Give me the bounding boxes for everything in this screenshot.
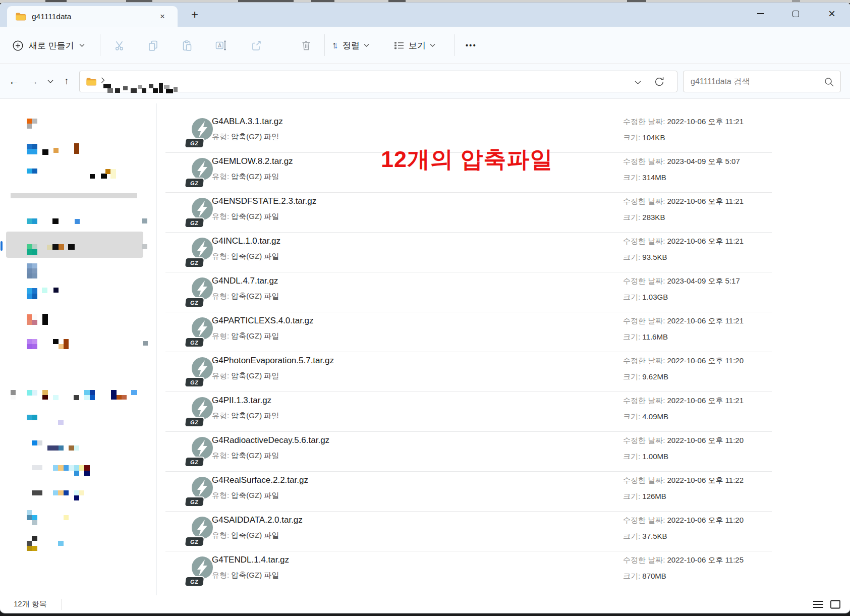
file-type: 유형: 압축(GZ) 파일	[212, 571, 279, 580]
address-row: ← → ↑	[0, 64, 850, 99]
tab-bar: g41111data × + ×	[0, 3, 850, 27]
more-options-button[interactable]: •••	[460, 35, 482, 55]
file-name: G4PII.1.3.tar.gz	[212, 396, 271, 406]
tab-close-icon[interactable]: ×	[156, 11, 168, 23]
gz-file-icon: GZ	[191, 118, 214, 142]
new-button[interactable]: 새로 만들기	[12, 35, 85, 55]
up-button[interactable]: ↑	[56, 71, 77, 92]
gz-file-icon: GZ	[191, 436, 214, 461]
file-type: 유형: 압축(GZ) 파일	[212, 531, 279, 540]
file-modified-date: 수정한 날짜: 2022-10-06 오후 11:20	[623, 516, 744, 525]
gz-badge: GZ	[185, 179, 204, 187]
large-icons-view-button[interactable]	[828, 598, 842, 611]
file-type: 유형: 압축(GZ) 파일	[212, 172, 279, 182]
view-button[interactable]: 보기	[393, 35, 435, 55]
gz-file-icon: GZ	[191, 476, 214, 500]
file-name: G4NDL.4.7.tar.gz	[212, 276, 278, 286]
search-icon[interactable]	[824, 77, 834, 87]
scissors-icon	[114, 40, 125, 51]
file-size: 크기: 4.09MB	[623, 412, 668, 422]
file-size: 크기: 126MB	[623, 492, 666, 501]
chevron-down-icon	[430, 43, 435, 47]
back-button[interactable]: ←	[4, 71, 24, 92]
toolbar-divider	[100, 34, 100, 56]
file-row[interactable]: GZ G4RadioactiveDecay.5.6.tar.gz 유형: 압축(…	[159, 432, 775, 472]
refresh-icon[interactable]	[654, 76, 665, 87]
file-row[interactable]: GZ G4RealSurface.2.2.tar.gz 유형: 압축(GZ) 파…	[159, 472, 775, 512]
delete-button[interactable]	[297, 36, 315, 54]
file-type: 유형: 압축(GZ) 파일	[212, 212, 279, 221]
file-row[interactable]: GZ G4NDL.4.7.tar.gz 유형: 압축(GZ) 파일 수정한 날짜…	[159, 272, 775, 312]
status-divider	[62, 599, 62, 610]
sort-button[interactable]: ↑↓ 정렬	[332, 35, 369, 55]
tab-g41111data[interactable]: g41111data ×	[7, 6, 178, 27]
gz-badge: GZ	[185, 338, 204, 347]
new-tab-button[interactable]: +	[188, 8, 202, 22]
file-size: 크기: 104KB	[623, 133, 665, 143]
plus-circle-icon	[12, 40, 24, 51]
file-size: 크기: 9.62MB	[623, 372, 668, 382]
file-name: G4PARTICLEXS.4.0.tar.gz	[212, 316, 314, 326]
file-row[interactable]: GZ G4TENDL.1.4.tar.gz 유형: 압축(GZ) 파일 수정한 …	[159, 551, 775, 591]
gz-badge: GZ	[185, 577, 204, 586]
file-size: 크기: 1.03GB	[623, 293, 668, 302]
trash-icon	[300, 39, 312, 51]
file-size: 크기: 37.5KB	[623, 532, 667, 541]
search-input[interactable]	[684, 71, 840, 92]
file-row[interactable]: GZ G4PII.1.3.tar.gz 유형: 압축(GZ) 파일 수정한 날짜…	[159, 392, 775, 432]
gz-file-icon: GZ	[191, 157, 214, 182]
file-name: G4ENSDFSTATE.2.3.tar.gz	[212, 196, 316, 206]
sort-button-label: 정렬	[343, 40, 360, 51]
rename-icon: A	[215, 39, 227, 51]
close-button[interactable]: ×	[821, 5, 843, 23]
file-row[interactable]: GZ G4PhotonEvaporation.5.7.tar.gz 유형: 압축…	[159, 352, 775, 392]
gz-badge: GZ	[185, 458, 204, 466]
file-row[interactable]: GZ G4PARTICLEXS.4.0.tar.gz 유형: 압축(GZ) 파일…	[159, 312, 775, 352]
details-view-button[interactable]	[811, 598, 825, 611]
copy-button[interactable]	[144, 36, 162, 54]
file-name: G4RealSurface.2.2.tar.gz	[212, 475, 308, 485]
file-row[interactable]: GZ G4SAIDDATA.2.0.tar.gz 유형: 압축(GZ) 파일 수…	[159, 512, 775, 551]
gz-file-icon: GZ	[191, 516, 214, 540]
chevron-down-icon	[79, 43, 85, 47]
file-name: G4TENDL.1.4.tar.gz	[212, 555, 289, 565]
file-name: G4RadioactiveDecay.5.6.tar.gz	[212, 435, 329, 445]
file-name: G4ABLA.3.1.tar.gz	[212, 117, 283, 127]
gz-badge: GZ	[185, 418, 204, 426]
cut-button[interactable]	[110, 36, 129, 54]
toolbar-divider	[454, 34, 455, 56]
large-icons-view-icon	[829, 599, 841, 609]
file-size: 크기: 11.6MB	[623, 332, 668, 342]
maximize-icon	[792, 11, 799, 17]
file-explorer-window: g41111data × + × 새로 만들기	[0, 3, 850, 613]
maximize-button[interactable]	[784, 5, 807, 23]
file-modified-date: 수정한 날짜: 2023-04-09 오후 5:17	[623, 276, 740, 286]
file-type: 유형: 압축(GZ) 파일	[212, 292, 279, 301]
gz-badge: GZ	[185, 139, 204, 147]
file-modified-date: 수정한 날짜: 2022-10-06 오후 11:21	[623, 237, 744, 246]
file-size: 크기: 314MB	[623, 173, 666, 183]
file-row[interactable]: GZ G4INCL.1.0.tar.gz 유형: 압축(GZ) 파일 수정한 날…	[159, 233, 775, 272]
breadcrumb-chevron-icon	[101, 77, 105, 83]
folder-icon	[86, 77, 97, 86]
file-name: G4INCL.1.0.tar.gz	[212, 236, 280, 246]
view-button-label: 보기	[409, 40, 426, 51]
address-bar[interactable]	[79, 71, 677, 92]
gz-file-icon: GZ	[191, 556, 214, 580]
file-modified-date: 수정한 날짜: 2023-04-09 오후 5:07	[623, 157, 740, 166]
paste-button[interactable]	[178, 36, 196, 54]
share-button[interactable]	[247, 36, 265, 54]
file-type: 유형: 압축(GZ) 파일	[212, 252, 279, 261]
file-modified-date: 수정한 날짜: 2022-10-06 오후 11:21	[623, 117, 744, 127]
sidebar-selected-item[interactable]	[6, 232, 143, 258]
gz-file-icon: GZ	[191, 237, 214, 261]
gz-file-icon: GZ	[191, 197, 214, 221]
file-modified-date: 수정한 날짜: 2022-10-06 오후 11:20	[623, 436, 744, 445]
file-row[interactable]: GZ G4ENSDFSTATE.2.3.tar.gz 유형: 압축(GZ) 파일…	[159, 193, 775, 233]
rename-button[interactable]: A	[212, 36, 230, 54]
address-dropdown-icon[interactable]	[635, 80, 641, 85]
file-name: G4SAIDDATA.2.0.tar.gz	[212, 515, 303, 525]
gz-file-icon: GZ	[191, 397, 214, 421]
file-type: 유형: 압축(GZ) 파일	[212, 371, 279, 381]
minimize-button[interactable]	[750, 5, 772, 23]
